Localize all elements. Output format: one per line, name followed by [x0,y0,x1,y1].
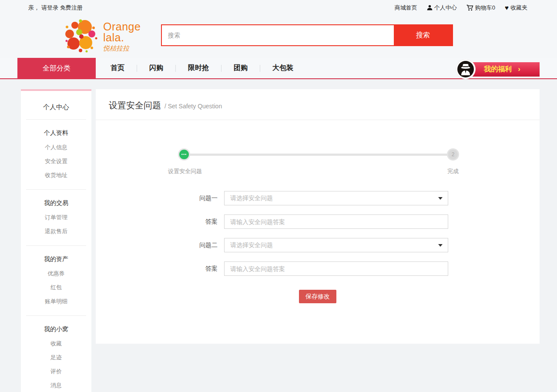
sidebar: 个人中心 个人资料 个人信息 安全设置 收货地址 我的交易 订单管理 退款售后 … [21,89,91,392]
avatar[interactable] [456,60,475,79]
sidebar-group-nest: 我的小窝 收藏 足迹 评价 消息 [21,323,91,392]
sidebar-item-coupons[interactable]: 优惠券 [21,267,91,281]
user-icon [427,5,433,10]
sidebar-divider [26,245,86,246]
stepper-line [184,154,453,156]
favorites-link[interactable]: ♥ 收藏夹 [505,4,527,12]
stepper-step1-node: ••• [178,148,190,161]
sidebar-group-trades: 我的交易 订单管理 退款售后 [21,197,91,238]
save-changes-button[interactable]: 保存修改 [299,290,336,303]
stepper: ••• 2 设置安全问题 完成 [96,148,540,188]
form-row-question1: 问题一 请选择安全问题 [96,191,540,205]
sidebar-item-messages[interactable]: 消息 [21,379,91,392]
logo-bubbles-icon [63,17,99,56]
answer2-label: 答案 [96,265,218,273]
sidebar-item-order-management[interactable]: 订单管理 [21,211,91,224]
stepper-step1-label: 设置安全问题 [165,168,205,175]
safety-question-form: 问题一 请选择安全问题 答案 问题二 请选择安全问题 答案 [96,191,540,303]
sidebar-item-favorites[interactable]: 收藏 [21,337,91,351]
question1-select-placeholder: 请选择安全问题 [230,194,273,202]
answer2-input[interactable] [224,261,448,276]
heart-icon: ♥ [505,4,509,11]
nav-divider [221,65,221,72]
sidebar-header-profile[interactable]: 个人资料 [21,127,91,141]
sidebar-divider [26,189,86,190]
stepper-step2-node: 2 [447,148,459,161]
nav-item-flash-sale[interactable]: 闪购 [143,64,169,73]
search-button[interactable]: 搜索 [394,25,452,45]
cart-label: 购物车0 [475,4,495,12]
login-link[interactable]: 请登录 [41,4,58,11]
register-link[interactable]: 免费注册 [60,4,83,11]
question2-label: 问题二 [96,241,218,249]
greeting-prefix: 亲， [28,4,40,11]
chevron-down-icon [438,244,443,247]
page-title-en: / Set Safety Question [164,103,222,110]
sidebar-item-personal-info[interactable]: 个人信息 [21,141,91,154]
sidebar-item-bill-details[interactable]: 账单明细 [21,295,91,308]
logo-line2: lala. [103,32,141,43]
sidebar-item-red-packets[interactable]: 红包 [21,281,91,295]
form-row-answer2: 答案 [96,261,540,276]
content: 个人中心 个人资料 个人信息 安全设置 收货地址 我的交易 订单管理 退款售后 … [0,79,557,392]
page-title-zh: 设置安全问题 [109,101,161,110]
nav-divider [137,65,137,72]
stepper-step1-dots-icon: ••• [179,150,189,159]
nav-item-bulk-pack[interactable]: 大包装 [266,64,299,73]
question2-select[interactable]: 请选择安全问题 [224,238,448,252]
header: Orange lala. 悦桔拉拉 搜索 [0,15,557,58]
spy-avatar-icon [457,60,474,78]
page-title: 设置安全问题 / Set Safety Question [96,89,540,120]
topbar: 亲，请登录 免费注册 商城首页 个人中心 购物车0 ♥ 收藏夹 [0,0,557,15]
nav-divider [175,65,176,72]
logo-subtitle: 悦桔拉拉 [103,44,141,53]
cart-link[interactable]: 购物车0 [466,4,495,12]
question1-label: 问题一 [96,194,218,202]
sidebar-group-profile: 个人资料 个人信息 安全设置 收货地址 [21,127,91,182]
mall-home-link[interactable]: 商城首页 [395,4,417,12]
my-benefits-label: 我的福利 [484,65,512,74]
sidebar-header-trades[interactable]: 我的交易 [21,197,91,211]
nav-divider [260,65,260,72]
question1-select[interactable]: 请选择安全问题 [224,191,448,205]
sidebar-header-assets[interactable]: 我的资产 [21,253,91,267]
stepper-step2-label: 完成 [442,168,464,175]
search-input[interactable] [162,25,394,45]
sidebar-item-shipping-address[interactable]: 收货地址 [21,168,91,182]
greeting: 亲，请登录 免费注册 [28,4,83,12]
question2-select-placeholder: 请选择安全问题 [230,241,273,249]
sidebar-divider [26,315,86,316]
nav-menu: 首页 闪购 限时抢 团购 大包装 [104,58,299,78]
sidebar-header-nest[interactable]: 我的小窝 [21,323,91,337]
sidebar-group-assets: 我的资产 优惠券 红包 账单明细 [21,253,91,308]
answer1-input[interactable] [224,214,448,229]
my-benefits-button[interactable]: 我的福利 › [465,62,540,77]
main-panel: 设置安全问题 / Set Safety Question ••• 2 设置安全问… [96,89,540,344]
nav-item-home[interactable]: 首页 [104,64,131,73]
logo[interactable]: Orange lala. 悦桔拉拉 [63,17,141,56]
sidebar-title-personal-center[interactable]: 个人中心 [21,100,91,119]
main-navbar: 全部分类 首页 闪购 限时抢 团购 大包装 我的福利 › [0,58,557,79]
cart-icon [466,5,473,11]
favorites-label: 收藏夹 [510,4,527,12]
personal-center-label: 个人中心 [434,4,457,12]
save-row: 保存修改 [299,290,540,303]
sidebar-item-refund-aftersale[interactable]: 退款售后 [21,224,91,238]
stepper-step2-number: 2 [448,150,458,159]
sidebar-divider [26,119,86,120]
sidebar-item-footprints[interactable]: 足迹 [21,351,91,365]
answer1-label: 答案 [96,218,218,226]
logo-line1: Orange [103,21,141,32]
mall-home-label: 商城首页 [395,4,417,12]
all-categories-button[interactable]: 全部分类 [17,58,96,79]
sidebar-item-security-settings[interactable]: 安全设置 [21,154,91,168]
form-row-answer1: 答案 [96,214,540,229]
search-box: 搜索 [161,24,453,46]
nav-item-limited-time[interactable]: 限时抢 [182,64,215,73]
nav-item-group-buy[interactable]: 团购 [228,64,254,73]
form-row-question2: 问题二 请选择安全问题 [96,238,540,252]
benefits-area: 我的福利 › [456,60,540,79]
chevron-right-icon: › [518,65,520,74]
sidebar-item-reviews[interactable]: 评价 [21,365,91,379]
personal-center-link[interactable]: 个人中心 [427,4,457,12]
